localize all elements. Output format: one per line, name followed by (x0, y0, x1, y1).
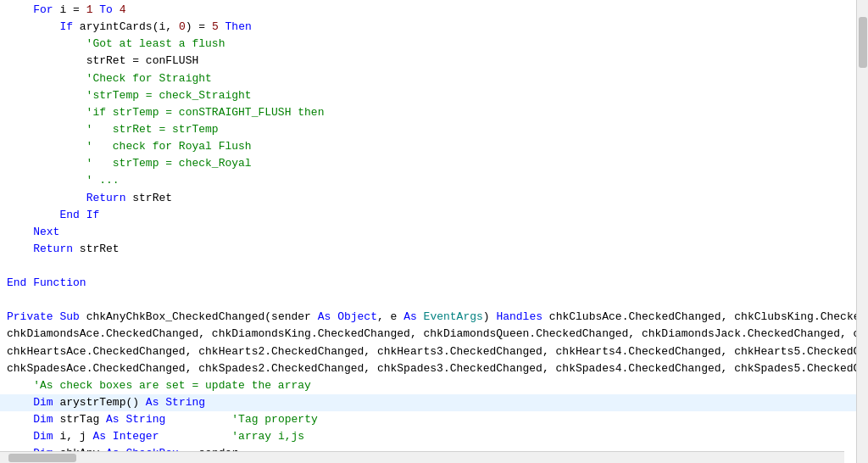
code-line: chkHeartsAce.CheckedChanged, chkHearts2.… (0, 343, 856, 360)
code-line: strRet = conFLUSH (0, 53, 856, 70)
code-line: 'As check boxes are set = update the arr… (0, 377, 856, 394)
code-line: ' strTemp = check_Royal (0, 155, 856, 172)
code-line (0, 258, 856, 275)
code-line: Dim i, j As Integer 'array i,js (0, 428, 856, 445)
code-content[interactable]: For i = 1 To 4 If aryintCards(i, 0) = 5 … (0, 0, 856, 463)
code-line: Dim strTag As String 'Tag property (0, 411, 856, 428)
code-line: 'strTemp = check_Straight (0, 87, 856, 104)
code-line: ' ... (0, 172, 856, 189)
code-line (0, 292, 856, 309)
code-line: Next (0, 224, 856, 241)
code-line: 'if strTemp = conSTRAIGHT_FLUSH then (0, 104, 856, 121)
code-line: If aryintCards(i, 0) = 5 Then (0, 19, 856, 36)
code-line: chkDiamondsAce.CheckedChanged, chkDiamon… (0, 326, 856, 343)
code-line: 'Check for Straight (0, 70, 856, 87)
code-line: Return strRet (0, 190, 856, 207)
code-line: ' strRet = strTemp (0, 121, 856, 138)
code-line: Dim arystrTemp() As String (0, 394, 856, 411)
code-line: Private Sub chkAnyChkBox_CheckedChanged(… (0, 309, 856, 326)
horizontal-scrollbar-thumb[interactable] (8, 454, 76, 462)
code-line: Return strRet (0, 241, 856, 258)
code-line: For i = 1 To 4 (0, 2, 856, 19)
code-line: End Function (0, 275, 856, 292)
vertical-scrollbar-thumb[interactable] (859, 17, 867, 68)
code-line: End If (0, 207, 856, 224)
code-line: ' check for Royal Flush (0, 138, 856, 155)
horizontal-scrollbar[interactable] (0, 451, 844, 463)
code-editor: For i = 1 To 4 If aryintCards(i, 0) = 5 … (0, 0, 868, 463)
code-line: 'Got at least a flush (0, 36, 856, 53)
vertical-scrollbar[interactable] (856, 0, 868, 463)
code-line: chkSpadesAce.CheckedChanged, chkSpades2.… (0, 360, 856, 377)
